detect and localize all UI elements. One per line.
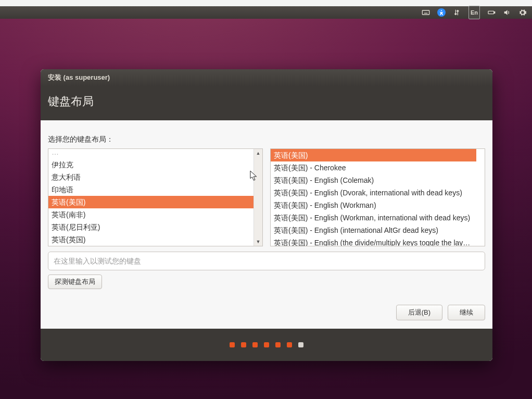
svg-rect-8 <box>494 12 495 14</box>
continue-button[interactable]: 继续 <box>448 305 485 320</box>
layout-variant-list[interactable]: 英语(美国)英语(美国) - Cherokee英语(美国) - English … <box>270 148 485 246</box>
list-item[interactable]: 英语(美国) - English (Workman) <box>271 199 476 211</box>
list-item[interactable]: 英语(南非) <box>48 208 254 221</box>
progress-dot <box>298 342 303 347</box>
progress-dots <box>41 329 492 361</box>
svg-point-6 <box>441 10 442 11</box>
svg-rect-0 <box>422 10 429 15</box>
svg-rect-7 <box>488 11 494 14</box>
list-item[interactable]: 意大利语 <box>48 171 254 183</box>
accessibility-icon[interactable] <box>437 6 446 19</box>
progress-dot <box>264 342 269 347</box>
list-item[interactable]: 英语(美国) - Cherokee <box>271 161 476 174</box>
sound-icon[interactable] <box>503 6 511 19</box>
progress-dot <box>230 342 235 347</box>
list-item[interactable]: 英语(美国) <box>48 196 254 208</box>
scroll-down-icon[interactable]: ▼ <box>254 238 262 246</box>
progress-dot <box>287 342 292 347</box>
list-item[interactable]: 英语(美国) - English (Colemak) <box>271 174 476 186</box>
page-heading: 键盘布局 <box>41 86 492 120</box>
list-item[interactable]: 英语(尼日利亚) <box>48 221 254 233</box>
choose-layout-prompt: 选择您的键盘布局： <box>48 135 485 144</box>
battery-icon[interactable] <box>487 6 496 19</box>
installer-window: 安装 (as superuser) 键盘布局 选择您的键盘布局： …伊拉克意大利… <box>41 69 492 361</box>
window-title: 安装 (as superuser) <box>48 73 110 82</box>
list-item[interactable]: 英语(美国) - English (international AltGr de… <box>271 224 476 236</box>
window-titlebar[interactable]: 安装 (as superuser) <box>41 69 492 86</box>
left-scrollbar[interactable]: ▲ ▼ <box>254 149 262 246</box>
system-menubar: En <box>0 6 532 19</box>
input-language-indicator[interactable]: En <box>468 6 480 19</box>
progress-dot <box>275 342 281 347</box>
list-item[interactable]: … <box>48 148 254 158</box>
detect-layout-button[interactable]: 探测键盘布局 <box>48 275 102 289</box>
list-item[interactable]: 伊拉克 <box>48 158 254 171</box>
list-item[interactable]: 英语(美国) - English (Dvorak, international … <box>271 186 476 199</box>
list-item[interactable]: … <box>48 246 254 246</box>
layout-country-list[interactable]: …伊拉克意大利语印地语英语(美国)英语(南非)英语(尼日利亚)英语(英国)… ▲… <box>48 148 263 246</box>
progress-dot <box>241 342 246 347</box>
progress-dot <box>252 342 258 347</box>
list-item[interactable]: 英语(美国) - English (Workman, international… <box>271 211 476 224</box>
external-caption-strip <box>0 0 532 6</box>
scroll-up-icon[interactable]: ▲ <box>254 149 262 157</box>
back-button[interactable]: 后退(B) <box>396 305 442 320</box>
settings-gear-icon[interactable] <box>518 6 527 19</box>
list-item[interactable]: 印地语 <box>48 183 254 196</box>
test-keyboard-input[interactable] <box>48 252 485 270</box>
list-item[interactable]: 英语(美国) - English (the divide/multiply ke… <box>271 236 476 246</box>
keyboard-indicator-icon[interactable] <box>422 6 430 19</box>
network-icon[interactable] <box>453 6 461 19</box>
list-item[interactable]: 英语(英国) <box>48 233 254 246</box>
list-item[interactable]: 英语(美国) <box>271 149 476 161</box>
